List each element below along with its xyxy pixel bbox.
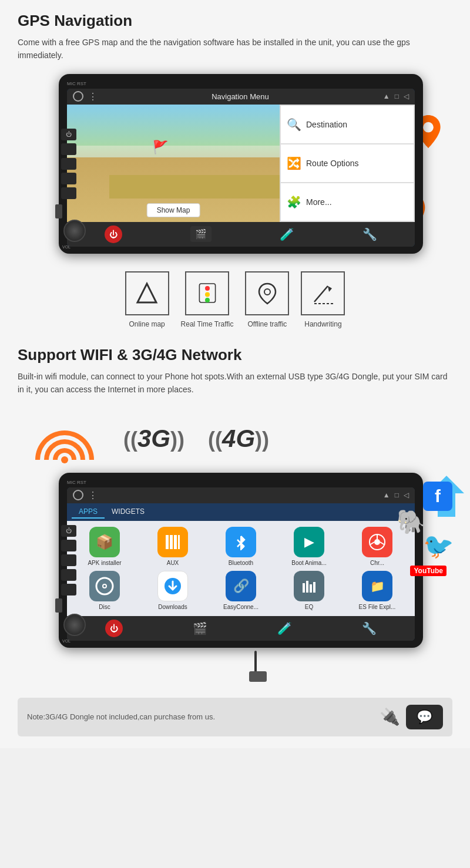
android-btn-4[interactable] bbox=[61, 569, 76, 581]
android-btn-2[interactable] bbox=[61, 540, 76, 551]
android-side-buttons: ⏻ bbox=[61, 525, 76, 596]
usb-port bbox=[55, 204, 62, 218]
svg-marker-3 bbox=[137, 284, 156, 302]
es-file-label: ES File Expl... bbox=[359, 604, 396, 610]
chat-button[interactable]: 💬 bbox=[406, 705, 443, 729]
wifi-dot bbox=[61, 456, 68, 463]
app-aux[interactable]: AUX bbox=[141, 527, 204, 566]
app-bluetooth[interactable]: Bluetooth bbox=[209, 527, 273, 566]
app-boot-animation[interactable]: ▶ Boot Anima... bbox=[277, 527, 341, 566]
app-es-file-explorer[interactable]: 📁 ES File Expl... bbox=[345, 571, 409, 610]
android-media-btn[interactable]: 🎬 bbox=[193, 621, 207, 635]
android-vol-knob[interactable] bbox=[63, 614, 86, 636]
volume-knob[interactable] bbox=[63, 220, 86, 242]
app-easyconnect[interactable]: 🔗 EasyConne... bbox=[209, 571, 273, 610]
android-bottombar: ⏻ 🎬 🧪 🔧 bbox=[67, 616, 415, 641]
route-icon: 🔀 bbox=[287, 156, 301, 170]
bottom-actions: 🔌 💬 bbox=[380, 705, 443, 729]
apps-grid: 📦 APK installer bbox=[67, 521, 415, 616]
nav-screen-title: Navigation Menu bbox=[102, 92, 378, 101]
app-chrome[interactable]: Chr... bbox=[345, 527, 409, 566]
android-unit-wrapper: f 🐘 🐦 YouTube MIC RST ⏻ bbox=[18, 473, 464, 648]
app-apk-installer[interactable]: 📦 APK installer bbox=[73, 527, 136, 566]
android-power-btn[interactable]: ⏻ bbox=[61, 525, 76, 537]
app-disc[interactable]: Disc bbox=[73, 571, 136, 610]
svg-point-5 bbox=[205, 286, 210, 291]
power-btn[interactable]: ⏻ bbox=[61, 129, 76, 140]
gps-description: Come with a free GPS map and the the nav… bbox=[18, 36, 452, 62]
usb-connector bbox=[249, 671, 267, 682]
route-options-item[interactable]: 🔀 Route Options bbox=[281, 144, 414, 182]
btn-4[interactable] bbox=[61, 173, 76, 184]
svg-rect-30 bbox=[313, 582, 315, 593]
nav-map-area: 🚩 Show Map bbox=[67, 105, 280, 222]
tab-apps[interactable]: APPS bbox=[72, 506, 105, 519]
android-btn-3[interactable] bbox=[61, 554, 76, 566]
app-downloads[interactable]: Downloads bbox=[141, 571, 204, 610]
app-eq[interactable]: EQ bbox=[277, 571, 341, 610]
flask-btn[interactable]: 🧪 bbox=[280, 227, 294, 241]
home-button[interactable] bbox=[73, 91, 83, 102]
disc-label: Disc bbox=[99, 604, 110, 610]
facebook-icon: f bbox=[423, 482, 452, 511]
bluetooth-icon bbox=[226, 527, 256, 557]
3g-label: ((3G)) bbox=[123, 422, 184, 453]
vol-label: VOL bbox=[62, 245, 70, 249]
more-icon: 🧩 bbox=[287, 195, 301, 209]
android-tools-btn[interactable]: 🔧 bbox=[362, 621, 377, 635]
aux-label: AUX bbox=[167, 560, 179, 566]
android-home-btn[interactable] bbox=[73, 490, 83, 500]
android-screen: ⋮ ▲ □ ◁ APPS WIDGETS bbox=[67, 487, 415, 641]
chrome-icon bbox=[362, 527, 392, 557]
svg-marker-10 bbox=[328, 286, 332, 292]
svg-marker-12 bbox=[429, 476, 464, 517]
bluetooth-label: Bluetooth bbox=[229, 560, 253, 566]
easyconnect-label: EasyConne... bbox=[223, 604, 258, 610]
offline-traffic-feature: Offline traffic bbox=[245, 271, 289, 328]
tools-btn[interactable]: 🔧 bbox=[362, 227, 377, 241]
destination-item[interactable]: 🔍 Destination bbox=[281, 106, 414, 143]
svg-rect-14 bbox=[170, 535, 173, 549]
nav-content: 🚩 Show Map 🔍 Destination 🔀 bbox=[67, 105, 415, 222]
realtime-traffic-icon-box bbox=[185, 271, 229, 315]
more-item[interactable]: 🧩 More... bbox=[281, 183, 414, 221]
svg-rect-13 bbox=[166, 535, 169, 549]
boot-animation-label: Boot Anima... bbox=[291, 560, 326, 566]
eq-icon bbox=[294, 571, 324, 601]
features-row: Online map Real Time Traffic bbox=[18, 265, 452, 334]
svg-point-25 bbox=[103, 585, 106, 587]
es-file-icon: 📁 bbox=[362, 571, 392, 601]
btn-2[interactable] bbox=[61, 143, 76, 155]
android-flask-btn[interactable]: 🧪 bbox=[277, 621, 292, 635]
android-top-label: MIC RST bbox=[67, 480, 415, 485]
nav-icon-triangle: ▲ bbox=[383, 92, 390, 100]
chrome-label: Chr... bbox=[370, 560, 384, 566]
android-tabs: APPS WIDGETS bbox=[67, 503, 415, 521]
tab-widgets[interactable]: WIDGETS bbox=[105, 506, 152, 519]
media-btn[interactable]: 🎬 bbox=[190, 226, 212, 242]
show-map-button[interactable]: Show Map bbox=[147, 203, 200, 217]
usb-cable-area bbox=[18, 651, 452, 680]
android-back-icon: ◁ bbox=[404, 491, 409, 499]
nav-icon-square: □ bbox=[395, 92, 399, 100]
bottom-note-bar: Note:3G/4G Dongle not included,can purch… bbox=[18, 698, 452, 736]
android-vol-label: VOL bbox=[62, 639, 70, 643]
android-menu-dots[interactable]: ⋮ bbox=[88, 490, 98, 501]
btn-5[interactable] bbox=[61, 187, 76, 199]
disc-icon bbox=[89, 571, 120, 601]
online-map-icon-box bbox=[125, 271, 169, 315]
btn-3[interactable] bbox=[61, 158, 76, 170]
gps-section: GPS Navigation Come with a free GPS map … bbox=[18, 12, 452, 334]
menu-dots[interactable]: ⋮ bbox=[88, 91, 98, 102]
easyconnect-icon: 🔗 bbox=[226, 571, 256, 601]
power-bottom-btn[interactable]: ⏻ bbox=[105, 226, 122, 243]
svg-point-1 bbox=[423, 122, 434, 133]
android-btn-5[interactable] bbox=[61, 584, 76, 596]
chat-icon: 💬 bbox=[417, 709, 432, 725]
4g-label: ((4G)) bbox=[208, 422, 269, 453]
svg-rect-27 bbox=[303, 583, 305, 593]
svg-point-8 bbox=[264, 289, 270, 295]
android-car-unit: MIC RST ⏻ bbox=[59, 473, 423, 648]
offline-traffic-icon-box bbox=[245, 271, 289, 315]
android-power-btn-bottom[interactable]: ⏻ bbox=[105, 620, 123, 637]
